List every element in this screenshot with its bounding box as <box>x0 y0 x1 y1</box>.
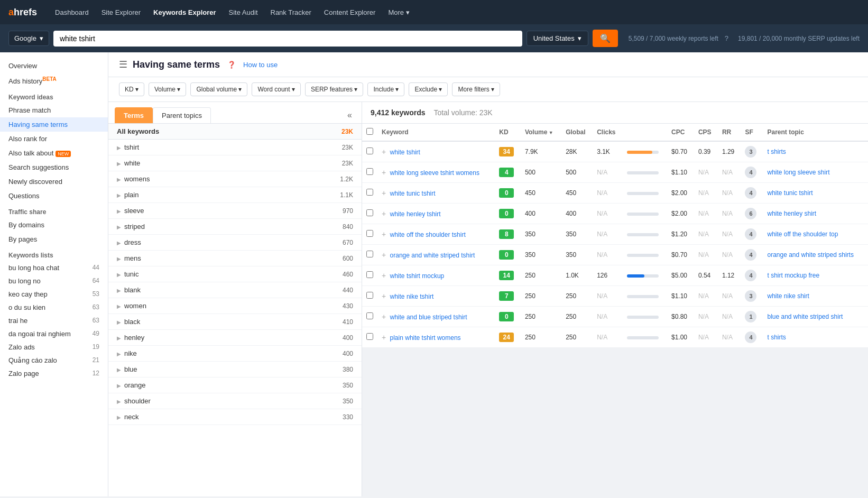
tab-terms[interactable]: Terms <box>115 107 153 123</box>
sidebar-questions[interactable]: Questions <box>0 189 108 203</box>
add-keyword-button[interactable]: + <box>382 209 386 218</box>
quota-help-icon[interactable]: ? <box>725 34 728 42</box>
keyword-link[interactable]: white tshirt <box>390 149 420 156</box>
term-dress[interactable]: ▶dress670 <box>108 235 362 251</box>
add-keyword-button[interactable]: + <box>382 333 386 342</box>
term-shoulder[interactable]: ▶shoulder350 <box>108 393 362 409</box>
row-checkbox[interactable] <box>366 230 373 237</box>
term-neck[interactable]: ▶neck330 <box>108 409 362 425</box>
sidebar-kw-list-1[interactable]: bu long no64 <box>0 274 108 288</box>
row-checkbox[interactable] <box>366 251 373 257</box>
sidebar-by-pages[interactable]: By pages <box>0 232 108 246</box>
term-women[interactable]: ▶women430 <box>108 298 362 314</box>
add-keyword-button[interactable]: + <box>382 189 386 197</box>
term-nike[interactable]: ▶nike400 <box>108 346 362 362</box>
logo[interactable]: ahrefs <box>8 7 37 18</box>
nav-keywords-explorer[interactable]: Keywords Explorer <box>148 5 221 20</box>
sidebar-search-suggestions[interactable]: Search suggestions <box>0 160 108 174</box>
row-checkbox[interactable] <box>366 312 373 319</box>
row-checkbox[interactable] <box>366 209 373 216</box>
filter-include[interactable]: Include ▾ <box>367 82 404 96</box>
row-checkbox[interactable] <box>366 168 373 175</box>
term-black[interactable]: ▶black410 <box>108 314 362 330</box>
term-henley[interactable]: ▶henley400 <box>108 330 362 346</box>
term-plain[interactable]: ▶plain1.1K <box>108 187 362 203</box>
row-checkbox[interactable] <box>366 333 373 340</box>
how-to-use-link[interactable]: How to use <box>243 61 278 69</box>
term-white[interactable]: ▶white23K <box>108 155 362 171</box>
sidebar-also-rank-for[interactable]: Also rank for <box>0 132 108 146</box>
filter-volume[interactable]: Volume ▾ <box>149 82 186 96</box>
term-blank[interactable]: ▶blank440 <box>108 282 362 298</box>
sidebar-kw-list-6[interactable]: Zalo ads19 <box>0 340 108 354</box>
engine-select[interactable]: Google ▾ <box>8 31 49 46</box>
sidebar-kw-list-0[interactable]: bu long hoa chat44 <box>0 261 108 274</box>
filter-word-count[interactable]: Word count ▾ <box>252 82 300 96</box>
term-womens[interactable]: ▶womens1.2K <box>108 171 362 187</box>
keyword-link[interactable]: white tshirt mockup <box>390 272 445 280</box>
collapse-panel-icon[interactable]: « <box>344 107 355 123</box>
tab-parent-topics[interactable]: Parent topics <box>153 107 211 123</box>
filter-global-volume[interactable]: Global volume ▾ <box>190 82 247 96</box>
sidebar-kw-list-4[interactable]: trai he63 <box>0 314 108 327</box>
row-checkbox[interactable] <box>366 292 373 299</box>
parent-topic-link[interactable]: blue and white striped shirt <box>767 313 843 320</box>
term-tunic[interactable]: ▶tunic460 <box>108 266 362 282</box>
help-circle-icon[interactable]: ❓ <box>227 61 236 69</box>
keyword-link[interactable]: plain white tshirt womens <box>390 334 461 342</box>
sidebar-kw-list-8[interactable]: Zalo page12 <box>0 367 108 380</box>
keyword-link[interactable]: white long sleeve tshirt womens <box>390 169 479 177</box>
sidebar-kw-list-2[interactable]: keo cay thep53 <box>0 288 108 301</box>
add-keyword-button[interactable]: + <box>382 230 386 238</box>
term-sleeve[interactable]: ▶sleeve970 <box>108 203 362 219</box>
filter-serp-features[interactable]: SERP features ▾ <box>305 82 364 96</box>
row-checkbox[interactable] <box>366 189 373 196</box>
parent-topic-link[interactable]: t shirts <box>767 334 786 341</box>
keyword-link[interactable]: white and blue striped tshirt <box>390 313 467 321</box>
search-input[interactable] <box>53 31 522 47</box>
add-keyword-button[interactable]: + <box>382 292 386 300</box>
sidebar-overview[interactable]: Overview <box>0 59 108 73</box>
sidebar-kw-list-5[interactable]: da ngoai trai nghiem49 <box>0 327 108 340</box>
sidebar-ads-history[interactable]: Ads historyBETA <box>0 73 108 88</box>
term-blue[interactable]: ▶blue380 <box>108 362 362 377</box>
sidebar-having-same-terms[interactable]: Having same terms <box>0 117 108 132</box>
nav-more[interactable]: More ▾ <box>383 5 414 20</box>
filter-more[interactable]: More filters ▾ <box>452 82 500 96</box>
add-keyword-button[interactable]: + <box>382 312 386 321</box>
filter-exclude[interactable]: Exclude ▾ <box>409 82 448 96</box>
select-all-checkbox[interactable] <box>366 128 373 135</box>
sidebar-newly-discovered[interactable]: Newly discovered <box>0 174 108 189</box>
keyword-link[interactable]: white tunic tshirt <box>390 190 436 197</box>
parent-topic-link[interactable]: white henley shirt <box>767 210 816 217</box>
row-checkbox[interactable] <box>366 147 373 154</box>
term-mens[interactable]: ▶mens600 <box>108 251 362 266</box>
nav-site-explorer[interactable]: Site Explorer <box>96 5 146 20</box>
add-keyword-button[interactable]: + <box>382 271 386 280</box>
parent-topic-link[interactable]: white long sleeve shirt <box>767 169 829 176</box>
term-all-keywords[interactable]: All keywords 23K <box>108 124 362 140</box>
keyword-link[interactable]: white nike tshirt <box>390 293 434 300</box>
hamburger-icon[interactable]: ☰ <box>119 59 127 70</box>
filter-kd[interactable]: KD ▾ <box>119 82 144 96</box>
sidebar-kw-list-3[interactable]: o du su kien63 <box>0 301 108 314</box>
sidebar-phrase-match[interactable]: Phrase match <box>0 103 108 117</box>
keyword-link[interactable]: white henley tshirt <box>390 210 441 218</box>
nav-site-audit[interactable]: Site Audit <box>224 5 263 20</box>
th-volume[interactable]: Volume <box>521 124 561 141</box>
nav-dashboard[interactable]: Dashboard <box>50 5 94 20</box>
sidebar-also-talk-about[interactable]: Also talk aboutNEW <box>0 146 108 160</box>
add-keyword-button[interactable]: + <box>382 251 386 259</box>
nav-rank-tracker[interactable]: Rank Tracker <box>265 5 317 20</box>
term-orange[interactable]: ▶orange350 <box>108 377 362 393</box>
term-striped[interactable]: ▶striped840 <box>108 219 362 235</box>
keyword-link[interactable]: orange and white striped tshirt <box>390 252 475 259</box>
parent-topic-link[interactable]: t shirt mockup free <box>767 272 819 279</box>
parent-topic-link[interactable]: white tunic tshirt <box>767 189 812 197</box>
add-keyword-button[interactable]: + <box>382 147 386 156</box>
term-tshirt[interactable]: ▶tshirt23K <box>108 140 362 155</box>
sidebar-by-domains[interactable]: By domains <box>0 218 108 232</box>
parent-topic-link[interactable]: t shirts <box>767 148 786 155</box>
sidebar-kw-list-7[interactable]: Quảng cáo zalo21 <box>0 354 108 367</box>
parent-topic-link[interactable]: orange and white striped shirts <box>767 251 853 259</box>
